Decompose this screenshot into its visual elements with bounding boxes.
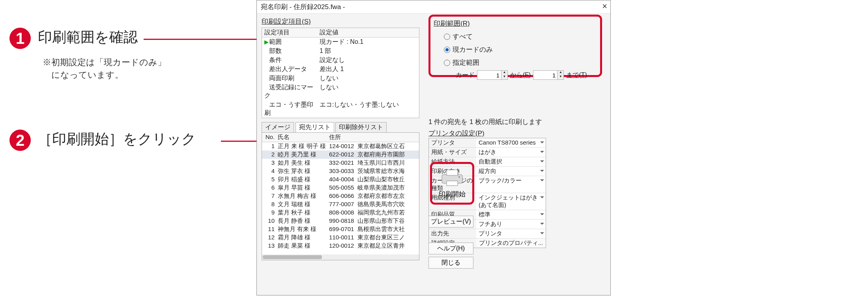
settings-col-val: 設定値 xyxy=(317,28,419,37)
tab-exclude-list[interactable]: 印刷除外リスト xyxy=(335,122,387,132)
table-row[interactable]: 10長月 静香 様990-0818山形県山形市下谷 xyxy=(262,217,419,225)
printer-row-val[interactable]: Canon TS8700 series xyxy=(476,138,546,147)
radio-icon[interactable] xyxy=(444,47,450,53)
settings-row[interactable]: 送受記録にマークしない xyxy=(262,83,419,100)
table-row[interactable]: 2睦月 美乃里 様622-0012京都府南丹市園部 xyxy=(262,150,419,159)
settings-row[interactable]: エコ・うす墨印刷エコ:しない・うす墨:しない xyxy=(262,100,419,118)
svg-rect-1 xyxy=(447,170,458,175)
printer-row[interactable]: 出力先プリンタ xyxy=(429,229,546,239)
print-count-message: 1 件の宛先を 1 枚の用紙に印刷します xyxy=(428,117,601,126)
addr-cell-addr: 東京都足立区青井 xyxy=(356,242,419,250)
annotation-1-sub1: ※初期設定は「現カードのみ」 xyxy=(43,56,166,68)
table-row[interactable]: 1正月 来 様 明子 様124-0012東京都葛飾区立石 xyxy=(262,142,419,150)
settings-section-label: 印刷設定項目(S) xyxy=(262,17,311,26)
address-list[interactable]: No. 氏名 住所 1正月 来 様 明子 様124-0012東京都葛飾区立石2睦… xyxy=(262,132,419,260)
addr-cell-addr: 京都府南丹市園部 xyxy=(356,150,419,159)
print-start-button[interactable]: 印刷開始 xyxy=(430,162,474,205)
table-row[interactable]: 12霜月 降雄 様110-0011東京都台東区三ノ xyxy=(262,233,419,242)
range-opt-current[interactable]: 現カードのみ xyxy=(444,45,597,54)
addr-cell-no: 11 xyxy=(262,225,276,233)
addr-cell-zip: 606-0066 xyxy=(327,192,356,200)
table-row[interactable]: 11神無月 有来 様699-0701島根県出雲市大社 xyxy=(262,225,419,233)
settings-row[interactable]: 部数1 部 xyxy=(262,47,419,56)
table-row[interactable]: 7水無月 梅吉 様606-0066京都府京都市左京 xyxy=(262,192,419,200)
annotation-1-sub2: になっています。 xyxy=(43,69,166,81)
addr-cell-addr: 福岡県北九州市若 xyxy=(356,209,419,217)
table-row[interactable]: 9葉月 秋子 様808-0008福岡県北九州市若 xyxy=(262,209,419,217)
addr-cell-name: 文月 瑞穂 様 xyxy=(276,200,327,209)
annotation-2-text: ［印刷開始］をクリック xyxy=(38,130,196,149)
printer-icon xyxy=(440,168,465,187)
addr-cell-zip: 120-0012 xyxy=(327,242,356,250)
preview-button[interactable]: プレビュー(V) xyxy=(428,216,473,228)
tab-address-list[interactable]: 宛先リスト xyxy=(296,122,334,132)
settings-row-key: 両面印刷 xyxy=(262,74,317,83)
addr-cell-addr: 山形県山形市下谷 xyxy=(356,217,419,225)
close-button[interactable]: 閉じる xyxy=(428,257,473,269)
print-range-group: 印刷範囲(R) すべて 現カードのみ 指定範囲 カード ▲▼ から(F) xyxy=(428,15,602,77)
addr-cell-name: 師走 果菜 様 xyxy=(276,242,327,250)
horizontal-scrollbar[interactable] xyxy=(262,254,419,260)
printer-row-val[interactable]: インクジェットはがき(あて名面) xyxy=(476,193,546,210)
close-icon[interactable]: × xyxy=(602,1,607,11)
addr-cell-zip: 808-0008 xyxy=(327,209,356,217)
settings-row-key: 条件 xyxy=(262,56,317,65)
settings-col-key: 設定項目 xyxy=(262,28,317,37)
addr-cell-no: 6 xyxy=(262,184,276,192)
table-row[interactable]: 8文月 瑞穂 様777-0007徳島県美馬市穴吹 xyxy=(262,200,419,209)
printer-row-val[interactable]: フチあり xyxy=(476,220,546,229)
addr-cell-name: 葉月 秋子 様 xyxy=(276,209,327,217)
printer-row-val[interactable]: はがき xyxy=(476,148,546,157)
annotation-2-badge: 2 xyxy=(9,130,31,151)
help-button[interactable]: ヘルプ(H) xyxy=(428,243,473,254)
addr-cell-addr: 東京都葛飾区立石 xyxy=(356,142,419,150)
settings-row[interactable]: 差出人データ差出人 1 xyxy=(262,65,419,74)
table-row[interactable]: 13師走 果菜 様120-0012東京都足立区青井 xyxy=(262,242,419,250)
settings-row[interactable]: 両面印刷しない xyxy=(262,74,419,83)
addr-col-addr: 住所 xyxy=(327,133,419,142)
printer-row-val[interactable]: 自動選択 xyxy=(476,157,546,166)
settings-row[interactable]: ▶範囲現カード : No.1 xyxy=(262,38,419,47)
addr-cell-addr: 埼玉県川口市西川 xyxy=(356,159,419,167)
spinner-down-icon[interactable]: ▼ xyxy=(501,75,507,79)
addr-cell-addr: 島根県出雲市大社 xyxy=(356,225,419,233)
addr-cell-addr: 茨城県常総市水海 xyxy=(356,167,419,175)
printer-row[interactable]: 用紙・サイズはがき xyxy=(429,148,546,157)
range-opt-all-label: すべて xyxy=(453,32,473,41)
settings-row[interactable]: 条件設定なし xyxy=(262,56,419,65)
dialog-title: 宛名印刷 - 住所録2025.fwa - xyxy=(261,2,345,11)
range-from-spinner[interactable]: ▲▼ xyxy=(477,70,508,80)
range-opt-spec-label: 指定範囲 xyxy=(453,58,479,67)
table-row[interactable]: 6皐月 早苗 様505-0055岐阜県美濃加茂市 xyxy=(262,184,419,192)
spinner-down-icon[interactable]: ▼ xyxy=(557,75,563,79)
addr-cell-zip: 110-0011 xyxy=(327,233,356,242)
range-to-input[interactable] xyxy=(533,71,557,79)
addr-cell-zip: 622-0012 xyxy=(327,150,356,159)
tab-image[interactable]: イメージ xyxy=(262,122,294,132)
addr-cell-name: 如月 美生 様 xyxy=(276,159,327,167)
printer-row[interactable]: プリンタCanon TS8700 series xyxy=(429,138,546,148)
printer-row-val[interactable]: 標準 xyxy=(476,210,546,219)
addr-cell-name: 水無月 梅吉 様 xyxy=(276,192,327,200)
table-row[interactable]: 4弥生 芽衣 様303-0033茨城県常総市水海 xyxy=(262,167,419,175)
printer-settings-label: プリンタの設定(P) xyxy=(428,130,485,137)
table-row[interactable]: 3如月 美生 様332-0021埼玉県川口市西川 xyxy=(262,159,419,167)
printer-row-val[interactable]: ブラック/カラー xyxy=(476,176,546,193)
printer-row-val[interactable]: 縦方向 xyxy=(476,167,546,176)
settings-row-key: エコ・うす墨印刷 xyxy=(262,100,317,118)
settings-row-key: 差出人データ xyxy=(262,65,317,74)
range-from-input[interactable] xyxy=(477,71,501,79)
range-to-spinner[interactable]: ▲▼ xyxy=(533,70,564,80)
settings-row-key: 部数 xyxy=(262,47,317,56)
printer-row-val[interactable]: プリンタ xyxy=(476,229,546,238)
printer-properties-button[interactable]: プリンタのプロパティ... xyxy=(476,239,546,248)
annotation-1-badge: 1 xyxy=(9,28,31,49)
scrollbar-thumb[interactable] xyxy=(263,255,322,259)
range-opt-spec[interactable]: 指定範囲 xyxy=(444,58,597,67)
settings-row-val: しない xyxy=(317,74,419,83)
range-opt-all[interactable]: すべて xyxy=(444,32,597,41)
radio-icon[interactable] xyxy=(444,34,450,40)
settings-row-val: エコ:しない・うす墨:しない xyxy=(317,100,419,118)
table-row[interactable]: 5卯月 稲盛 様404-0004山梨県山梨市牧丘 xyxy=(262,175,419,184)
radio-icon[interactable] xyxy=(444,60,450,66)
